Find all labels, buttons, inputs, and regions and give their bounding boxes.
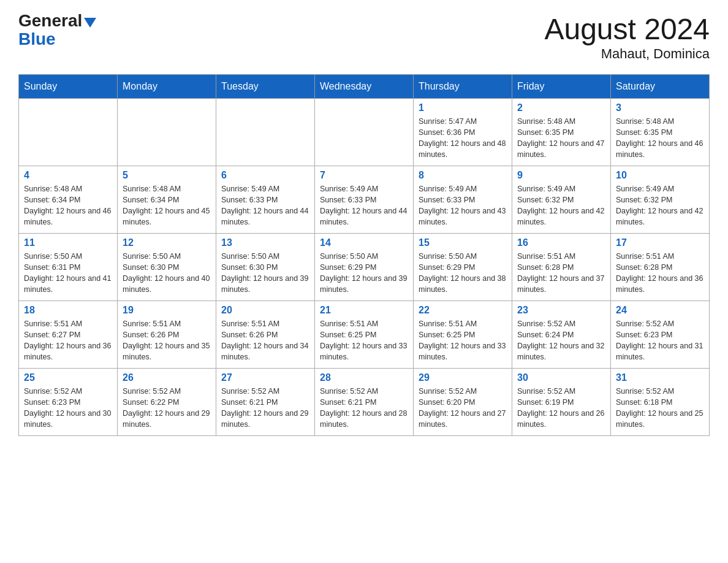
day-info: Sunrise: 5:50 AM Sunset: 6:30 PM Dayligh… — [123, 251, 211, 296]
day-info: Sunrise: 5:49 AM Sunset: 6:33 PM Dayligh… — [221, 183, 309, 228]
page-header: General Blue August 2024 Mahaut, Dominic… — [18, 12, 710, 62]
logo-line1: General — [18, 12, 96, 29]
day-info: Sunrise: 5:52 AM Sunset: 6:20 PM Dayligh… — [419, 386, 507, 431]
calendar-cell: 13Sunrise: 5:50 AM Sunset: 6:30 PM Dayli… — [216, 234, 315, 301]
calendar-cell: 29Sunrise: 5:52 AM Sunset: 6:20 PM Dayli… — [414, 369, 512, 436]
calendar-cell: 21Sunrise: 5:51 AM Sunset: 6:25 PM Dayli… — [315, 301, 414, 369]
day-number: 29 — [419, 372, 507, 383]
calendar-cell: 7Sunrise: 5:49 AM Sunset: 6:33 PM Daylig… — [315, 166, 414, 234]
day-of-week-header: Sunday — [19, 75, 118, 99]
day-number: 9 — [517, 170, 605, 181]
calendar-week-row: 11Sunrise: 5:50 AM Sunset: 6:31 PM Dayli… — [19, 234, 710, 301]
day-of-week-header: Thursday — [414, 75, 512, 99]
day-info: Sunrise: 5:51 AM Sunset: 6:28 PM Dayligh… — [517, 251, 605, 296]
day-number: 11 — [24, 237, 112, 248]
calendar-cell: 27Sunrise: 5:52 AM Sunset: 6:21 PM Dayli… — [216, 369, 315, 436]
day-of-week-header: Saturday — [611, 75, 710, 99]
day-of-week-header: Monday — [118, 75, 216, 99]
day-number: 12 — [123, 237, 211, 248]
calendar-cell: 12Sunrise: 5:50 AM Sunset: 6:30 PM Dayli… — [118, 234, 216, 301]
day-number: 7 — [320, 170, 408, 181]
day-number: 19 — [123, 305, 211, 316]
calendar-cell: 20Sunrise: 5:51 AM Sunset: 6:26 PM Dayli… — [216, 301, 315, 369]
calendar-cell: 31Sunrise: 5:52 AM Sunset: 6:18 PM Dayli… — [611, 369, 710, 436]
day-info: Sunrise: 5:50 AM Sunset: 6:29 PM Dayligh… — [320, 251, 408, 296]
day-number: 20 — [221, 305, 309, 316]
calendar-week-row: 1Sunrise: 5:47 AM Sunset: 6:36 PM Daylig… — [19, 99, 710, 166]
day-info: Sunrise: 5:50 AM Sunset: 6:30 PM Dayligh… — [221, 251, 309, 296]
calendar-header-row: SundayMondayTuesdayWednesdayThursdayFrid… — [19, 75, 710, 99]
day-number: 17 — [616, 237, 704, 248]
day-number: 8 — [419, 170, 507, 181]
calendar-cell: 15Sunrise: 5:50 AM Sunset: 6:29 PM Dayli… — [414, 234, 512, 301]
calendar-cell: 2Sunrise: 5:48 AM Sunset: 6:35 PM Daylig… — [512, 99, 611, 166]
logo-triangle-icon — [84, 18, 96, 28]
day-info: Sunrise: 5:51 AM Sunset: 6:27 PM Dayligh… — [24, 318, 112, 363]
day-of-week-header: Wednesday — [315, 75, 414, 99]
calendar-cell: 18Sunrise: 5:51 AM Sunset: 6:27 PM Dayli… — [19, 301, 118, 369]
day-number: 21 — [320, 305, 408, 316]
day-info: Sunrise: 5:48 AM Sunset: 6:35 PM Dayligh… — [517, 116, 605, 161]
day-info: Sunrise: 5:48 AM Sunset: 6:35 PM Dayligh… — [616, 116, 704, 161]
day-info: Sunrise: 5:52 AM Sunset: 6:21 PM Dayligh… — [320, 386, 408, 431]
day-info: Sunrise: 5:48 AM Sunset: 6:34 PM Dayligh… — [24, 183, 112, 228]
calendar-cell: 19Sunrise: 5:51 AM Sunset: 6:26 PM Dayli… — [118, 301, 216, 369]
day-number: 6 — [221, 170, 309, 181]
day-number: 10 — [616, 170, 704, 181]
day-of-week-header: Tuesday — [216, 75, 315, 99]
day-info: Sunrise: 5:49 AM Sunset: 6:32 PM Dayligh… — [517, 183, 605, 228]
logo-general-text: General — [18, 12, 82, 29]
logo-blue-text: Blue — [18, 29, 56, 49]
day-info: Sunrise: 5:50 AM Sunset: 6:31 PM Dayligh… — [24, 251, 112, 296]
day-info: Sunrise: 5:48 AM Sunset: 6:34 PM Dayligh… — [123, 183, 211, 228]
calendar-cell — [118, 99, 216, 166]
calendar-cell: 22Sunrise: 5:51 AM Sunset: 6:25 PM Dayli… — [414, 301, 512, 369]
day-info: Sunrise: 5:51 AM Sunset: 6:26 PM Dayligh… — [123, 318, 211, 363]
calendar-cell: 24Sunrise: 5:52 AM Sunset: 6:23 PM Dayli… — [611, 301, 710, 369]
calendar-week-row: 18Sunrise: 5:51 AM Sunset: 6:27 PM Dayli… — [19, 301, 710, 369]
day-number: 15 — [419, 237, 507, 248]
day-info: Sunrise: 5:52 AM Sunset: 6:24 PM Dayligh… — [517, 318, 605, 363]
day-number: 16 — [517, 237, 605, 248]
day-info: Sunrise: 5:50 AM Sunset: 6:29 PM Dayligh… — [419, 251, 507, 296]
day-number: 26 — [123, 372, 211, 383]
calendar-cell: 4Sunrise: 5:48 AM Sunset: 6:34 PM Daylig… — [19, 166, 118, 234]
calendar-cell: 6Sunrise: 5:49 AM Sunset: 6:33 PM Daylig… — [216, 166, 315, 234]
day-info: Sunrise: 5:51 AM Sunset: 6:25 PM Dayligh… — [320, 318, 408, 363]
day-info: Sunrise: 5:52 AM Sunset: 6:21 PM Dayligh… — [221, 386, 309, 431]
day-number: 24 — [616, 305, 704, 316]
calendar-cell: 25Sunrise: 5:52 AM Sunset: 6:23 PM Dayli… — [19, 369, 118, 436]
calendar-cell: 26Sunrise: 5:52 AM Sunset: 6:22 PM Dayli… — [118, 369, 216, 436]
day-info: Sunrise: 5:51 AM Sunset: 6:26 PM Dayligh… — [221, 318, 309, 363]
calendar-cell: 28Sunrise: 5:52 AM Sunset: 6:21 PM Dayli… — [315, 369, 414, 436]
day-number: 31 — [616, 372, 704, 383]
day-number: 18 — [24, 305, 112, 316]
day-number: 2 — [517, 102, 605, 113]
calendar-cell — [216, 99, 315, 166]
calendar-cell — [19, 99, 118, 166]
logo: General Blue — [18, 12, 96, 49]
day-number: 30 — [517, 372, 605, 383]
day-info: Sunrise: 5:49 AM Sunset: 6:32 PM Dayligh… — [616, 183, 704, 228]
day-number: 13 — [221, 237, 309, 248]
calendar-cell: 23Sunrise: 5:52 AM Sunset: 6:24 PM Dayli… — [512, 301, 611, 369]
calendar-week-row: 25Sunrise: 5:52 AM Sunset: 6:23 PM Dayli… — [19, 369, 710, 436]
calendar-cell — [315, 99, 414, 166]
day-info: Sunrise: 5:49 AM Sunset: 6:33 PM Dayligh… — [419, 183, 507, 228]
day-info: Sunrise: 5:51 AM Sunset: 6:28 PM Dayligh… — [616, 251, 704, 296]
day-number: 3 — [616, 102, 704, 113]
calendar-cell: 5Sunrise: 5:48 AM Sunset: 6:34 PM Daylig… — [118, 166, 216, 234]
calendar-cell: 8Sunrise: 5:49 AM Sunset: 6:33 PM Daylig… — [414, 166, 512, 234]
subtitle: Mahaut, Dominica — [544, 46, 710, 62]
day-info: Sunrise: 5:52 AM Sunset: 6:23 PM Dayligh… — [24, 386, 112, 431]
day-number: 28 — [320, 372, 408, 383]
day-info: Sunrise: 5:52 AM Sunset: 6:19 PM Dayligh… — [517, 386, 605, 431]
calendar-week-row: 4Sunrise: 5:48 AM Sunset: 6:34 PM Daylig… — [19, 166, 710, 234]
calendar-cell: 17Sunrise: 5:51 AM Sunset: 6:28 PM Dayli… — [611, 234, 710, 301]
calendar-cell: 1Sunrise: 5:47 AM Sunset: 6:36 PM Daylig… — [414, 99, 512, 166]
calendar-cell: 10Sunrise: 5:49 AM Sunset: 6:32 PM Dayli… — [611, 166, 710, 234]
day-number: 22 — [419, 305, 507, 316]
calendar-table: SundayMondayTuesdayWednesdayThursdayFrid… — [18, 74, 710, 436]
day-number: 23 — [517, 305, 605, 316]
calendar-cell: 3Sunrise: 5:48 AM Sunset: 6:35 PM Daylig… — [611, 99, 710, 166]
